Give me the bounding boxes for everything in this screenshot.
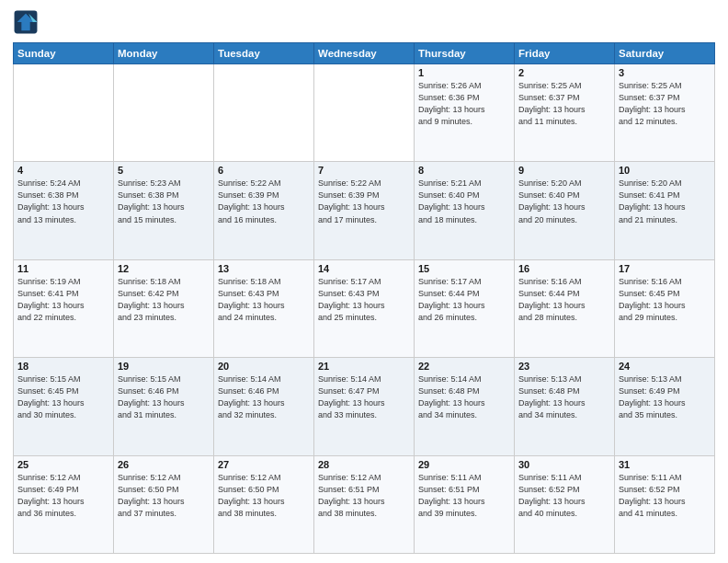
calendar-cell: 29Sunrise: 5:11 AM Sunset: 6:51 PM Dayli… xyxy=(415,455,515,553)
calendar-cell xyxy=(314,64,415,162)
calendar-cell: 4Sunrise: 5:24 AM Sunset: 6:38 PM Daylig… xyxy=(14,162,114,259)
header-row: SundayMondayTuesdayWednesdayThursdayFrid… xyxy=(14,43,715,64)
calendar-cell: 1Sunrise: 5:26 AM Sunset: 6:36 PM Daylig… xyxy=(415,64,515,162)
day-info: Sunrise: 5:20 AM Sunset: 6:40 PM Dayligh… xyxy=(518,178,610,225)
calendar-cell: 15Sunrise: 5:17 AM Sunset: 6:44 PM Dayli… xyxy=(415,259,515,357)
calendar-cell: 26Sunrise: 5:12 AM Sunset: 6:50 PM Dayli… xyxy=(114,455,214,553)
day-number: 14 xyxy=(318,263,410,274)
day-info: Sunrise: 5:25 AM Sunset: 6:37 PM Dayligh… xyxy=(518,80,610,128)
day-info: Sunrise: 5:18 AM Sunset: 6:43 PM Dayligh… xyxy=(218,276,310,324)
day-info: Sunrise: 5:11 AM Sunset: 6:52 PM Dayligh… xyxy=(518,472,610,520)
day-number: 28 xyxy=(318,459,410,470)
day-info: Sunrise: 5:13 AM Sunset: 6:48 PM Dayligh… xyxy=(518,373,610,421)
calendar-cell: 8Sunrise: 5:21 AM Sunset: 6:40 PM Daylig… xyxy=(415,162,515,259)
day-number: 10 xyxy=(619,165,711,176)
day-info: Sunrise: 5:11 AM Sunset: 6:52 PM Dayligh… xyxy=(619,472,711,520)
calendar-cell: 20Sunrise: 5:14 AM Sunset: 6:46 PM Dayli… xyxy=(214,358,314,455)
day-number: 15 xyxy=(418,263,510,274)
day-number: 12 xyxy=(118,263,210,274)
week-row-0: 1Sunrise: 5:26 AM Sunset: 6:36 PM Daylig… xyxy=(14,64,715,162)
day-info: Sunrise: 5:14 AM Sunset: 6:47 PM Dayligh… xyxy=(318,373,410,421)
day-info: Sunrise: 5:12 AM Sunset: 6:50 PM Dayligh… xyxy=(118,472,210,520)
calendar-cell: 13Sunrise: 5:18 AM Sunset: 6:43 PM Dayli… xyxy=(214,259,314,357)
calendar-cell: 27Sunrise: 5:12 AM Sunset: 6:50 PM Dayli… xyxy=(214,455,314,553)
day-number: 22 xyxy=(418,361,510,372)
day-number: 13 xyxy=(218,263,310,274)
day-number: 11 xyxy=(17,263,109,274)
header-cell-friday: Friday xyxy=(515,43,615,64)
header-cell-saturday: Saturday xyxy=(615,43,715,64)
day-info: Sunrise: 5:12 AM Sunset: 6:50 PM Dayligh… xyxy=(218,472,310,520)
day-info: Sunrise: 5:16 AM Sunset: 6:45 PM Dayligh… xyxy=(619,276,711,324)
logo-icon xyxy=(13,9,39,35)
calendar-cell: 2Sunrise: 5:25 AM Sunset: 6:37 PM Daylig… xyxy=(515,64,615,162)
week-row-4: 25Sunrise: 5:12 AM Sunset: 6:49 PM Dayli… xyxy=(14,455,715,553)
calendar-cell: 7Sunrise: 5:22 AM Sunset: 6:39 PM Daylig… xyxy=(314,162,415,259)
header-cell-thursday: Thursday xyxy=(415,43,515,64)
day-info: Sunrise: 5:15 AM Sunset: 6:46 PM Dayligh… xyxy=(118,373,210,421)
day-info: Sunrise: 5:19 AM Sunset: 6:41 PM Dayligh… xyxy=(17,276,109,324)
calendar-cell: 25Sunrise: 5:12 AM Sunset: 6:49 PM Dayli… xyxy=(14,455,114,553)
day-number: 23 xyxy=(518,361,610,372)
week-row-3: 18Sunrise: 5:15 AM Sunset: 6:45 PM Dayli… xyxy=(14,358,715,455)
day-number: 9 xyxy=(518,165,610,176)
calendar-cell: 9Sunrise: 5:20 AM Sunset: 6:40 PM Daylig… xyxy=(515,162,615,259)
day-number: 29 xyxy=(418,459,510,470)
day-number: 24 xyxy=(619,361,711,372)
day-number: 2 xyxy=(518,67,610,78)
calendar-cell xyxy=(114,64,214,162)
day-info: Sunrise: 5:16 AM Sunset: 6:44 PM Dayligh… xyxy=(518,276,610,324)
day-info: Sunrise: 5:26 AM Sunset: 6:36 PM Dayligh… xyxy=(418,80,510,128)
calendar-cell xyxy=(214,64,314,162)
day-number: 31 xyxy=(619,459,711,470)
day-info: Sunrise: 5:23 AM Sunset: 6:38 PM Dayligh… xyxy=(118,178,210,225)
calendar-cell: 21Sunrise: 5:14 AM Sunset: 6:47 PM Dayli… xyxy=(314,358,415,455)
day-number: 20 xyxy=(218,361,310,372)
calendar-cell: 19Sunrise: 5:15 AM Sunset: 6:46 PM Dayli… xyxy=(114,358,214,455)
header xyxy=(13,9,715,35)
day-info: Sunrise: 5:18 AM Sunset: 6:42 PM Dayligh… xyxy=(118,276,210,324)
header-cell-tuesday: Tuesday xyxy=(214,43,314,64)
day-info: Sunrise: 5:22 AM Sunset: 6:39 PM Dayligh… xyxy=(318,178,410,225)
day-number: 30 xyxy=(518,459,610,470)
day-number: 19 xyxy=(118,361,210,372)
week-row-2: 11Sunrise: 5:19 AM Sunset: 6:41 PM Dayli… xyxy=(14,259,715,357)
day-info: Sunrise: 5:14 AM Sunset: 6:46 PM Dayligh… xyxy=(218,373,310,421)
day-number: 17 xyxy=(619,263,711,274)
day-info: Sunrise: 5:14 AM Sunset: 6:48 PM Dayligh… xyxy=(418,373,510,421)
day-info: Sunrise: 5:17 AM Sunset: 6:43 PM Dayligh… xyxy=(318,276,410,324)
page: SundayMondayTuesdayWednesdayThursdayFrid… xyxy=(0,0,728,563)
calendar-cell: 28Sunrise: 5:12 AM Sunset: 6:51 PM Dayli… xyxy=(314,455,415,553)
day-number: 7 xyxy=(318,165,410,176)
day-number: 26 xyxy=(118,459,210,470)
calendar-cell: 31Sunrise: 5:11 AM Sunset: 6:52 PM Dayli… xyxy=(615,455,715,553)
day-number: 27 xyxy=(218,459,310,470)
day-info: Sunrise: 5:11 AM Sunset: 6:51 PM Dayligh… xyxy=(418,472,510,520)
calendar-cell: 18Sunrise: 5:15 AM Sunset: 6:45 PM Dayli… xyxy=(14,358,114,455)
day-number: 16 xyxy=(518,263,610,274)
day-info: Sunrise: 5:24 AM Sunset: 6:38 PM Dayligh… xyxy=(17,178,109,225)
day-info: Sunrise: 5:20 AM Sunset: 6:41 PM Dayligh… xyxy=(619,178,711,225)
week-row-1: 4Sunrise: 5:24 AM Sunset: 6:38 PM Daylig… xyxy=(14,162,715,259)
calendar-table: SundayMondayTuesdayWednesdayThursdayFrid… xyxy=(13,42,715,554)
calendar-cell: 10Sunrise: 5:20 AM Sunset: 6:41 PM Dayli… xyxy=(615,162,715,259)
calendar-cell: 12Sunrise: 5:18 AM Sunset: 6:42 PM Dayli… xyxy=(114,259,214,357)
calendar-cell: 11Sunrise: 5:19 AM Sunset: 6:41 PM Dayli… xyxy=(14,259,114,357)
calendar-cell: 30Sunrise: 5:11 AM Sunset: 6:52 PM Dayli… xyxy=(515,455,615,553)
calendar-cell xyxy=(14,64,114,162)
day-number: 1 xyxy=(418,67,510,78)
day-info: Sunrise: 5:12 AM Sunset: 6:49 PM Dayligh… xyxy=(17,472,109,520)
calendar-cell: 23Sunrise: 5:13 AM Sunset: 6:48 PM Dayli… xyxy=(515,358,615,455)
header-cell-sunday: Sunday xyxy=(14,43,114,64)
day-info: Sunrise: 5:12 AM Sunset: 6:51 PM Dayligh… xyxy=(318,472,410,520)
day-info: Sunrise: 5:13 AM Sunset: 6:49 PM Dayligh… xyxy=(619,373,711,421)
day-number: 8 xyxy=(418,165,510,176)
day-number: 25 xyxy=(17,459,109,470)
day-info: Sunrise: 5:22 AM Sunset: 6:39 PM Dayligh… xyxy=(218,178,310,225)
day-number: 6 xyxy=(218,165,310,176)
day-info: Sunrise: 5:15 AM Sunset: 6:45 PM Dayligh… xyxy=(17,373,109,421)
calendar-cell: 3Sunrise: 5:25 AM Sunset: 6:37 PM Daylig… xyxy=(615,64,715,162)
day-info: Sunrise: 5:17 AM Sunset: 6:44 PM Dayligh… xyxy=(418,276,510,324)
day-number: 4 xyxy=(17,165,109,176)
calendar-cell: 16Sunrise: 5:16 AM Sunset: 6:44 PM Dayli… xyxy=(515,259,615,357)
